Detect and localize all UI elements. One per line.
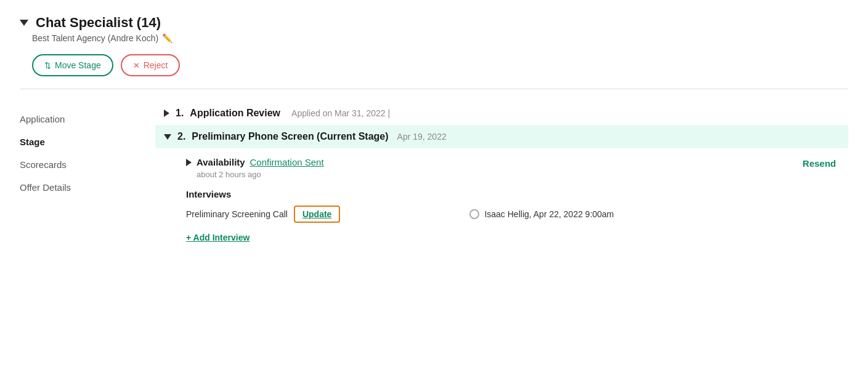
header-section: Chat Specialist (14) Best Talent Agency … <box>20 15 848 76</box>
reject-button[interactable]: ✕ Reject <box>121 54 180 76</box>
action-buttons: ⇅ Move Stage ✕ Reject <box>32 54 848 76</box>
sidebar: Application Stage Scorecards Offer Detai… <box>20 102 143 251</box>
job-title-row: Chat Specialist (14) <box>20 15 848 31</box>
move-stage-icon: ⇅ <box>44 61 51 70</box>
agency-row: Best Talent Agency (Andre Koch) ✏️ <box>32 33 848 43</box>
availability-row: Availability Confirmation Sent about 2 h… <box>186 157 836 179</box>
stage-2-meta: Apr 19, 2022 <box>397 132 447 142</box>
availability-left: Availability Confirmation Sent about 2 h… <box>186 157 324 179</box>
radio-circle <box>469 209 479 219</box>
sidebar-item-offer-details[interactable]: Offer Details <box>20 176 143 199</box>
interview-assignee: Isaac Hellig, Apr 22, 2022 9:00am <box>469 209 614 219</box>
edit-icon[interactable]: ✏️ <box>162 33 172 43</box>
resend-button[interactable]: Resend <box>803 158 836 169</box>
sidebar-item-scorecards[interactable]: Scorecards <box>20 153 143 176</box>
job-title: Chat Specialist (14) <box>36 15 161 31</box>
availability-expand-icon <box>186 159 192 166</box>
stage-1-label: Application Review <box>190 108 280 119</box>
assignee-text: Isaac Hellig, Apr 22, 2022 9:00am <box>484 209 614 219</box>
interviews-section: Interviews Preliminary Screening Call Up… <box>186 189 836 242</box>
divider <box>20 89 848 89</box>
availability-content: Availability Confirmation Sent about 2 h… <box>197 157 324 179</box>
reject-icon: ✕ <box>133 61 140 70</box>
agency-text: Best Talent Agency (Andre Koch) <box>32 33 158 43</box>
availability-label: Availability <box>197 157 245 167</box>
confirmation-sent-link[interactable]: Confirmation Sent <box>250 157 324 167</box>
stage-1-meta: Applied on Mar 31, 2022 | <box>291 108 390 118</box>
availability-time: about 2 hours ago <box>197 170 324 179</box>
stage-2-row[interactable]: 2. Preliminary Phone Screen (Current Sta… <box>155 125 848 148</box>
interview-row: Preliminary Screening Call Update Isaac … <box>186 206 836 223</box>
interview-name: Preliminary Screening Call <box>186 209 288 219</box>
stage-1-expand-icon <box>164 110 169 117</box>
page-container: Chat Specialist (14) Best Talent Agency … <box>0 0 868 384</box>
content-area: 1. Application Review Applied on Mar 31,… <box>143 102 848 251</box>
interviews-title: Interviews <box>186 189 836 199</box>
reject-label: Reject <box>144 60 168 70</box>
move-stage-button[interactable]: ⇅ Move Stage <box>32 54 113 76</box>
stage-2-expand-icon <box>164 134 171 140</box>
sidebar-item-stage[interactable]: Stage <box>20 130 143 153</box>
stage-1-row[interactable]: 1. Application Review Applied on Mar 31,… <box>155 102 848 125</box>
add-interview-link[interactable]: + Add Interview <box>186 233 836 242</box>
stage-2-details: Availability Confirmation Sent about 2 h… <box>155 148 848 251</box>
availability-title-row: Availability Confirmation Sent <box>197 157 324 167</box>
stage-1-number: 1. <box>176 108 184 119</box>
stage-2-number: 2. <box>177 131 185 142</box>
sidebar-item-application[interactable]: Application <box>20 108 143 130</box>
main-layout: Application Stage Scorecards Offer Detai… <box>20 102 848 251</box>
update-button[interactable]: Update <box>294 206 340 223</box>
move-stage-label: Move Stage <box>55 60 101 70</box>
stage-2-label: Preliminary Phone Screen (Current Stage) <box>192 131 388 142</box>
collapse-icon[interactable] <box>20 20 28 26</box>
